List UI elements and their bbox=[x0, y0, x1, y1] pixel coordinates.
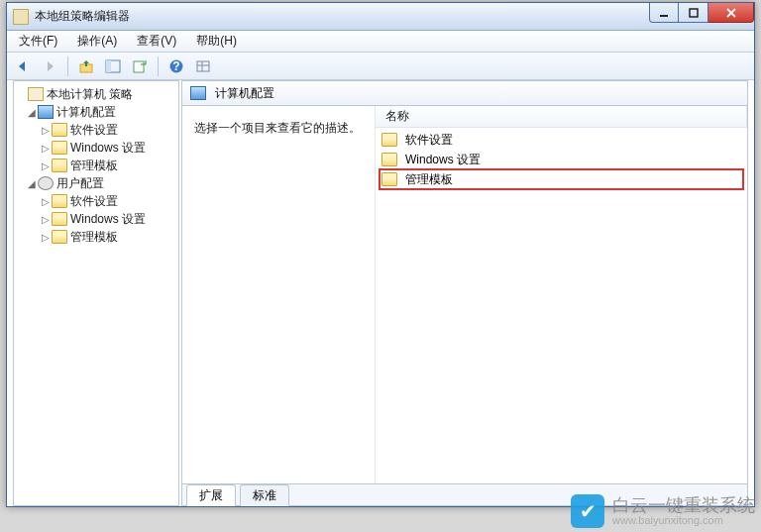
tree-label: 计算机配置 bbox=[56, 104, 116, 121]
tree-windows-settings[interactable]: ▷ Windows 设置 bbox=[16, 210, 176, 228]
tree-label: 软件设置 bbox=[70, 122, 118, 139]
list-item-label: 软件设置 bbox=[405, 132, 453, 149]
svg-rect-0 bbox=[660, 15, 668, 17]
expand-icon[interactable]: ▷ bbox=[40, 196, 52, 207]
tree-label: 管理模板 bbox=[70, 158, 118, 174]
watermark: ✔ 白云一键重装系统 www.baiyunxitong.com bbox=[571, 494, 755, 528]
expand-icon[interactable]: ▷ bbox=[40, 160, 52, 171]
expand-icon[interactable]: ▷ bbox=[40, 214, 52, 225]
tree-pane[interactable]: 本地计算机 策略 ◢ 计算机配置 ▷ 软件设置 ▷ Windows 设置 bbox=[13, 80, 179, 506]
tree-software-settings[interactable]: ▷ 软件设置 bbox=[16, 192, 176, 210]
user-icon bbox=[38, 176, 54, 190]
folder-icon bbox=[52, 141, 67, 155]
computer-icon bbox=[38, 105, 54, 119]
help-button[interactable]: ? bbox=[164, 55, 188, 77]
tree-label: 软件设置 bbox=[70, 193, 118, 210]
svg-rect-1 bbox=[690, 9, 698, 17]
list-column: 名称 软件设置Windows 设置管理模板 bbox=[375, 106, 747, 483]
up-level-button[interactable] bbox=[74, 55, 98, 77]
menu-view[interactable]: 查看(V) bbox=[129, 31, 184, 52]
list-item-label: Windows 设置 bbox=[405, 152, 481, 168]
filter-button[interactable] bbox=[191, 55, 215, 77]
main-pane: 计算机配置 选择一个项目来查看它的描述。 名称 软件设置Windows 设置管理… bbox=[181, 80, 748, 506]
folder-icon bbox=[381, 133, 397, 147]
column-name[interactable]: 名称 bbox=[376, 106, 747, 127]
window-title: 本地组策略编辑器 bbox=[35, 8, 130, 25]
content-header: 计算机配置 bbox=[181, 80, 748, 106]
export-list-button[interactable] bbox=[128, 55, 152, 77]
list-item[interactable]: 管理模板 bbox=[380, 169, 743, 189]
app-icon bbox=[13, 9, 29, 25]
tree-software-settings[interactable]: ▷ 软件设置 bbox=[16, 121, 176, 139]
toolbar-separator bbox=[158, 56, 159, 76]
list-item-label: 管理模板 bbox=[405, 171, 453, 188]
tree-windows-settings[interactable]: ▷ Windows 设置 bbox=[16, 139, 176, 157]
tab-standard[interactable]: 标准 bbox=[240, 484, 289, 506]
content-heading: 计算机配置 bbox=[215, 85, 274, 102]
folder-icon bbox=[52, 194, 67, 208]
tree-label: 本地计算机 策略 bbox=[47, 86, 133, 103]
tree-label: 用户配置 bbox=[56, 175, 104, 192]
tree-root[interactable]: 本地计算机 策略 bbox=[16, 85, 176, 103]
toolbar-separator bbox=[67, 56, 68, 76]
back-button[interactable] bbox=[11, 55, 35, 77]
content-body: 选择一个项目来查看它的描述。 名称 软件设置Windows 设置管理模板 bbox=[181, 106, 748, 484]
svg-rect-5 bbox=[134, 61, 144, 72]
expand-icon[interactable]: ▷ bbox=[40, 125, 52, 136]
minimize-button[interactable] bbox=[649, 3, 679, 23]
forward-button[interactable] bbox=[38, 55, 61, 77]
tree-user-config[interactable]: ◢ 用户配置 bbox=[16, 174, 176, 192]
menu-help[interactable]: 帮助(H) bbox=[188, 31, 245, 52]
gpedit-window: 本地组策略编辑器 文件(F) 操作(A) 查看(V) 帮助(H) ? 本地计算机… bbox=[6, 2, 755, 507]
tree-admin-templates[interactable]: ▷ 管理模板 bbox=[16, 228, 176, 246]
tree-computer-config[interactable]: ◢ 计算机配置 bbox=[16, 103, 176, 121]
list-header[interactable]: 名称 bbox=[376, 106, 747, 128]
titlebar[interactable]: 本地组策略编辑器 bbox=[7, 3, 754, 31]
description-text: 选择一个项目来查看它的描述。 bbox=[194, 120, 363, 137]
menu-action[interactable]: 操作(A) bbox=[69, 31, 125, 52]
tree-label: Windows 设置 bbox=[70, 140, 146, 157]
svg-rect-4 bbox=[106, 60, 111, 72]
tree-label: Windows 设置 bbox=[70, 211, 146, 228]
show-hide-tree-button[interactable] bbox=[101, 55, 125, 77]
svg-rect-8 bbox=[197, 61, 209, 71]
policy-icon bbox=[28, 87, 44, 101]
svg-text:?: ? bbox=[172, 59, 179, 73]
folder-icon bbox=[381, 172, 397, 186]
folder-icon bbox=[52, 212, 67, 226]
client-area: 本地计算机 策略 ◢ 计算机配置 ▷ 软件设置 ▷ Windows 设置 bbox=[7, 80, 754, 506]
list-item[interactable]: 软件设置 bbox=[380, 130, 743, 150]
folder-icon bbox=[52, 159, 67, 172]
expand-icon[interactable]: ▷ bbox=[40, 143, 52, 154]
close-button[interactable] bbox=[708, 3, 754, 23]
tree-label: 管理模板 bbox=[70, 229, 118, 246]
list-item[interactable]: Windows 设置 bbox=[380, 150, 743, 169]
watermark-url: www.baiyunxitong.com bbox=[612, 514, 755, 526]
window-controls bbox=[649, 3, 754, 23]
watermark-logo-icon: ✔ bbox=[571, 494, 604, 528]
menubar: 文件(F) 操作(A) 查看(V) 帮助(H) bbox=[7, 31, 754, 53]
tab-extended[interactable]: 扩展 bbox=[186, 484, 236, 506]
folder-icon bbox=[381, 153, 397, 166]
description-column: 选择一个项目来查看它的描述。 bbox=[182, 106, 375, 483]
collapse-icon[interactable]: ◢ bbox=[26, 178, 38, 189]
computer-icon bbox=[190, 86, 206, 100]
watermark-brand: 白云一键重装系统 bbox=[612, 496, 755, 514]
collapse-icon[interactable]: ◢ bbox=[26, 107, 38, 118]
folder-icon bbox=[52, 123, 67, 137]
expand-icon[interactable]: ▷ bbox=[40, 232, 52, 243]
toolbar: ? bbox=[7, 53, 754, 80]
list-items: 软件设置Windows 设置管理模板 bbox=[376, 128, 747, 191]
menu-file[interactable]: 文件(F) bbox=[11, 31, 65, 52]
maximize-button[interactable] bbox=[679, 3, 708, 23]
folder-icon bbox=[52, 230, 67, 244]
tree-admin-templates[interactable]: ▷ 管理模板 bbox=[16, 157, 176, 174]
